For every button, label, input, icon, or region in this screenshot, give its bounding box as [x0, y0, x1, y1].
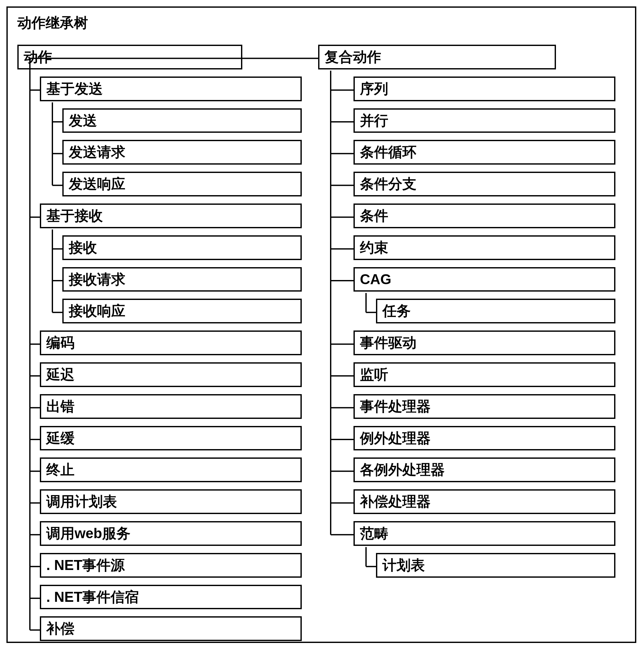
right-column: 复合动作 序列并行条件循环条件分支条件约束CAG任务事件驱动监听事件处理器例外处…	[331, 45, 625, 578]
tree-node-row: . NET事件源	[18, 553, 312, 578]
tree-node: 约束	[354, 235, 615, 260]
tree-node-row: 调用web服务	[18, 521, 312, 546]
tree-node: 各例外处理器	[354, 458, 615, 482]
tree-node-row: 各例外处理器	[331, 458, 625, 482]
tree-node-row: 基于接收	[18, 204, 312, 228]
tree-node: 基于接收	[40, 204, 302, 228]
tree-node: 基于发送	[40, 76, 302, 101]
tree-node: 终止	[40, 458, 302, 482]
tree-node: 补偿处理器	[354, 489, 615, 514]
tree-node-row: 补偿	[18, 616, 312, 641]
left-root-node: 动作	[18, 45, 242, 69]
tree-node: 监听	[354, 362, 615, 387]
tree-node: 条件循环	[354, 140, 615, 164]
tree-node-row: 条件分支	[331, 172, 625, 196]
tree-node-row: 计划表	[331, 553, 625, 578]
tree-node: 例外处理器	[354, 426, 615, 451]
tree-node-row: . NET事件信宿	[18, 585, 312, 610]
tree-node-row: 发送响应	[18, 172, 312, 196]
tree-node-row: 调用计划表	[18, 489, 312, 514]
tree-node: 补偿	[40, 616, 302, 641]
tree-node-row: 基于发送	[18, 76, 312, 101]
tree-node-row: 例外处理器	[331, 426, 625, 451]
tree-node-row: 终止	[18, 458, 312, 482]
tree-node: . NET事件信宿	[40, 585, 302, 610]
tree-node: 序列	[354, 76, 615, 101]
tree-node: 发送	[62, 108, 302, 133]
tree-node: 调用web服务	[40, 521, 302, 546]
tree-node-row: 序列	[331, 76, 625, 101]
tree-node: 接收响应	[62, 299, 302, 323]
left-children: 基于发送发送发送请求发送响应基于接收接收接收请求接收响应编码延迟出错延缓终止调用…	[18, 76, 312, 641]
tree-node: 编码	[40, 331, 302, 355]
tree-node-row: 延缓	[18, 426, 312, 451]
tree-node: 条件分支	[354, 172, 615, 196]
tree-node: 事件驱动	[354, 331, 615, 355]
tree-node: 调用计划表	[40, 489, 302, 514]
tree-node-row: 补偿处理器	[331, 489, 625, 514]
tree-node: . NET事件源	[40, 553, 302, 578]
tree-node: 任务	[376, 299, 615, 323]
tree-node: 延缓	[40, 426, 302, 451]
tree-node-row: CAG	[331, 267, 625, 292]
tree-node: CAG	[354, 267, 615, 292]
tree-node-row: 发送	[18, 108, 312, 133]
tree-node-row: 事件处理器	[331, 394, 625, 419]
tree-node-row: 约束	[331, 235, 625, 260]
tree-node: 条件	[354, 204, 615, 228]
right-root-node: 复合动作	[318, 45, 556, 69]
tree-node: 范畴	[354, 521, 615, 546]
tree-node: 延迟	[40, 362, 302, 387]
tree-node-row: 接收请求	[18, 267, 312, 292]
tree-node: 出错	[40, 394, 302, 419]
tree-node-row: 任务	[331, 299, 625, 323]
right-root-row: 复合动作	[318, 45, 625, 69]
tree-node: 计划表	[376, 553, 615, 578]
left-column: 动作 基于发送发送发送请求发送响应基于接收接收接收请求接收响应编码延迟出错延缓终…	[18, 45, 312, 641]
tree-node: 并行	[354, 108, 615, 133]
tree-node-row: 范畴	[331, 521, 625, 546]
tree-node: 发送请求	[62, 140, 302, 164]
tree-node: 接收	[62, 235, 302, 260]
tree-node-row: 延迟	[18, 362, 312, 387]
tree-node-row: 出错	[18, 394, 312, 419]
tree-node-row: 接收响应	[18, 299, 312, 323]
tree-node-row: 接收	[18, 235, 312, 260]
tree-node-row: 事件驱动	[331, 331, 625, 355]
tree-node-row: 发送请求	[18, 140, 312, 164]
tree-node-row: 条件循环	[331, 140, 625, 164]
tree-node: 发送响应	[62, 172, 302, 196]
tree-node: 接收请求	[62, 267, 302, 292]
tree-node-row: 并行	[331, 108, 625, 133]
tree-node-row: 编码	[18, 331, 312, 355]
right-children: 序列并行条件循环条件分支条件约束CAG任务事件驱动监听事件处理器例外处理器各例外…	[331, 76, 625, 578]
tree-node: 事件处理器	[354, 394, 615, 419]
diagram-title: 动作继承树	[18, 13, 88, 32]
tree-node-row: 条件	[331, 204, 625, 228]
diagram-container: 动作继承树 动作 基于发送发送发送请求发送响应基于接收接收接收请求接收响应编码延…	[6, 6, 636, 643]
diagram-columns: 动作 基于发送发送发送请求发送响应基于接收接收接收请求接收响应编码延迟出错延缓终…	[18, 45, 625, 641]
left-root-row: 动作	[18, 45, 312, 69]
tree-node-row: 监听	[331, 362, 625, 387]
